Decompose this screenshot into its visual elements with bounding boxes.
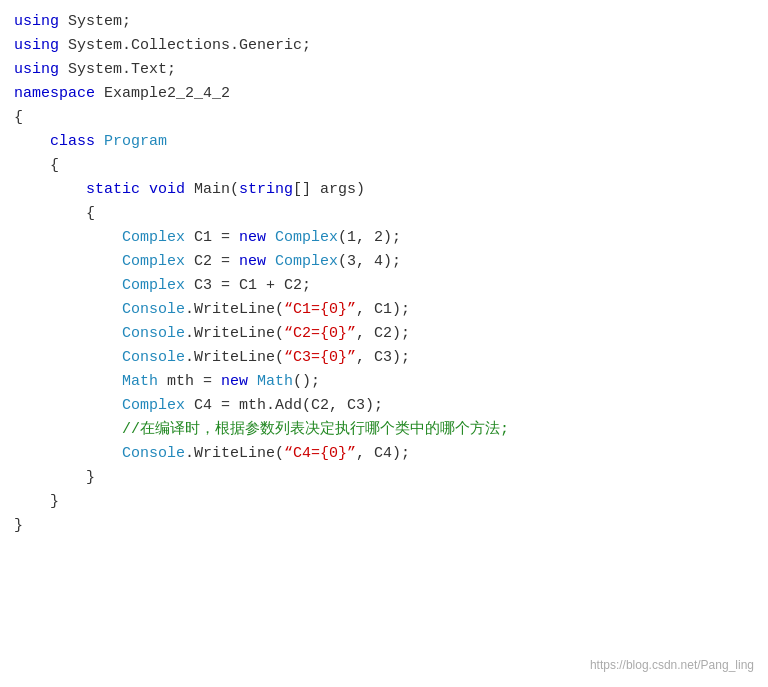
code-token: “C3={0}” — [284, 349, 356, 366]
code-line: } — [14, 490, 754, 514]
code-token: (1, 2); — [338, 229, 401, 246]
watermark: https://blog.csdn.net/Pang_ling — [590, 656, 754, 675]
code-token: { — [14, 157, 59, 174]
code-token — [14, 397, 122, 414]
code-token: //在编译时，根据参数列表决定执行哪个类中的哪个方法; — [122, 421, 509, 438]
code-token: void — [149, 181, 185, 198]
code-token: .WriteLine( — [185, 325, 284, 342]
code-token: Console — [122, 349, 185, 366]
code-token — [14, 373, 122, 390]
code-token: } — [14, 469, 95, 486]
code-token: System.Collections.Generic; — [59, 37, 311, 54]
code-token — [14, 349, 122, 366]
code-token: Example2_2_4_2 — [95, 85, 230, 102]
code-line: //在编译时，根据参数列表决定执行哪个类中的哪个方法; — [14, 418, 754, 442]
code-line: Complex C4 = mth.Add(C2, C3); — [14, 394, 754, 418]
code-token: .WriteLine( — [185, 349, 284, 366]
code-line: Console.WriteLine(“C1={0}”, C1); — [14, 298, 754, 322]
code-token: } — [14, 517, 23, 534]
code-line: Complex C1 = new Complex(1, 2); — [14, 226, 754, 250]
code-token — [14, 421, 122, 438]
code-token: [] args) — [293, 181, 365, 198]
code-token: , C2); — [356, 325, 410, 342]
code-token: “C2={0}” — [284, 325, 356, 342]
code-line: Console.WriteLine(“C2={0}”, C2); — [14, 322, 754, 346]
code-line: static void Main(string[] args) — [14, 178, 754, 202]
code-token: class — [50, 133, 95, 150]
code-token: mth = — [158, 373, 221, 390]
code-token — [14, 253, 122, 270]
code-token: .WriteLine( — [185, 301, 284, 318]
code-line: using System.Text; — [14, 58, 754, 82]
code-token — [14, 181, 86, 198]
code-token — [14, 445, 122, 462]
code-token: string — [239, 181, 293, 198]
code-token: new — [221, 373, 248, 390]
code-line: namespace Example2_2_4_2 — [14, 82, 754, 106]
code-token: Complex — [122, 229, 185, 246]
code-token: Program — [104, 133, 167, 150]
code-token: C3 = C1 + C2; — [185, 277, 311, 294]
code-token: { — [14, 205, 95, 222]
code-line: { — [14, 154, 754, 178]
code-token: Main( — [185, 181, 239, 198]
code-token: .WriteLine( — [185, 445, 284, 462]
code-token — [14, 133, 50, 150]
code-token — [266, 253, 275, 270]
code-line: Complex C3 = C1 + C2; — [14, 274, 754, 298]
code-token: C2 = — [185, 253, 239, 270]
code-line: using System; — [14, 10, 754, 34]
code-line: Math mth = new Math(); — [14, 370, 754, 394]
code-line: Complex C2 = new Complex(3, 4); — [14, 250, 754, 274]
code-token: Math — [257, 373, 293, 390]
code-token: , C1); — [356, 301, 410, 318]
code-token: } — [14, 493, 59, 510]
code-token: using — [14, 37, 59, 54]
code-token: Complex — [122, 253, 185, 270]
code-line: class Program — [14, 130, 754, 154]
code-line: { — [14, 106, 754, 130]
code-token: namespace — [14, 85, 95, 102]
code-token — [14, 277, 122, 294]
code-token: , C4); — [356, 445, 410, 462]
code-token — [248, 373, 257, 390]
code-token: Complex — [275, 253, 338, 270]
code-token — [95, 133, 104, 150]
code-token: (3, 4); — [338, 253, 401, 270]
code-container: using System;using System.Collections.Ge… — [14, 10, 754, 538]
code-token: C4 = mth.Add(C2, C3); — [185, 397, 383, 414]
code-token: Math — [122, 373, 158, 390]
code-token: C1 = — [185, 229, 239, 246]
code-token — [266, 229, 275, 246]
code-line: } — [14, 466, 754, 490]
code-token: new — [239, 253, 266, 270]
code-token — [140, 181, 149, 198]
code-token: { — [14, 109, 23, 126]
code-token: Console — [122, 301, 185, 318]
code-line: Console.WriteLine(“C4={0}”, C4); — [14, 442, 754, 466]
code-token: “C1={0}” — [284, 301, 356, 318]
code-token: Console — [122, 325, 185, 342]
code-line: using System.Collections.Generic; — [14, 34, 754, 58]
code-token: using — [14, 61, 59, 78]
code-line: } — [14, 514, 754, 538]
code-token: , C3); — [356, 349, 410, 366]
code-line: Console.WriteLine(“C3={0}”, C3); — [14, 346, 754, 370]
code-token: Complex — [122, 277, 185, 294]
code-token: (); — [293, 373, 320, 390]
code-token: Complex — [122, 397, 185, 414]
code-token: System.Text; — [59, 61, 176, 78]
code-token — [14, 325, 122, 342]
code-token: System; — [59, 13, 131, 30]
code-token: static — [86, 181, 140, 198]
code-token: using — [14, 13, 59, 30]
code-token: new — [239, 229, 266, 246]
code-token: Complex — [275, 229, 338, 246]
code-token — [14, 301, 122, 318]
code-token — [14, 229, 122, 246]
code-token: “C4={0}” — [284, 445, 356, 462]
code-token: Console — [122, 445, 185, 462]
code-line: { — [14, 202, 754, 226]
